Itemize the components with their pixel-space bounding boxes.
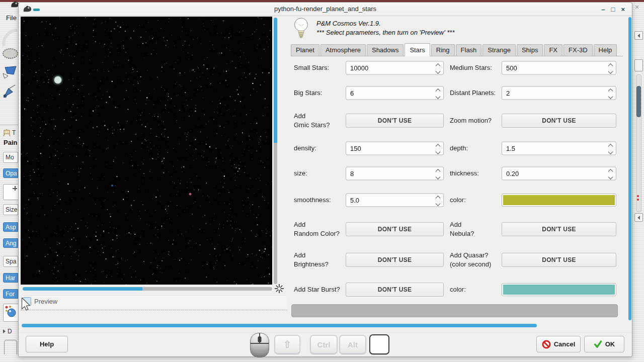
spin-up-icon[interactable] [608,144,613,149]
plus-icon [13,186,17,191]
thickness-value[interactable]: 0.20 [502,170,605,177]
tab-stars[interactable]: Stars [405,43,430,56]
red-indicator-dot [637,195,639,197]
medium-stars-value[interactable]: 500 [502,64,605,72]
angle-slider[interactable]: Ang [3,238,18,248]
dock-arrow-button[interactable] [634,213,643,222]
add-star-burst-label: Add Star Burst? [294,285,346,294]
density-spinner[interactable]: 150 [346,142,444,155]
tool-options-icon [3,129,11,137]
density-value[interactable]: 150 [346,145,432,152]
param-row: AddRandom Color?DON'T USEAddNebula?DON'T… [19,218,632,240]
opacity-slider[interactable]: Opa [3,168,18,178]
size-value[interactable]: 8 [346,170,432,177]
color-swatch[interactable] [502,194,616,207]
spin-down-icon[interactable] [435,94,440,99]
ink-tool-icon[interactable] [1,84,17,100]
spin-down-icon[interactable] [608,94,613,99]
shear-tool-icon[interactable] [2,65,17,82]
dialog-horizontal-scrollbar[interactable] [22,324,537,327]
mouse-overlay-icon [250,333,269,357]
smoothness-spinner[interactable]: 5.0 [346,194,444,207]
spinner-buttons[interactable] [432,142,443,155]
depth-value[interactable]: 1.5 [502,145,605,152]
spin-down-icon[interactable] [435,149,440,154]
dock-scrollbar[interactable] [636,74,641,212]
aspect-ratio-slider[interactable]: Asp [3,222,18,232]
alt-key-overlay: Alt [339,335,366,354]
add-random-color-button[interactable]: DON'T USE [346,222,444,236]
spin-down-icon[interactable] [608,149,613,154]
spin-down-icon[interactable] [435,69,440,74]
spinner-buttons[interactable] [605,62,616,74]
params-horizontal-scrollbar[interactable] [291,304,618,317]
medium-stars-spinner[interactable]: 500 [502,61,616,75]
hardness-slider[interactable]: Har [3,273,18,283]
dynamics-selector[interactable] [3,304,19,322]
add-quasar-color-second-button[interactable]: DON'T USE [502,253,616,267]
small-stars-label: Small Stars: [294,63,346,72]
spin-up-icon[interactable] [435,196,440,201]
big-stars-spinner[interactable]: 6 [346,86,444,100]
small-stars-spinner[interactable]: 10000 [346,61,444,75]
cancel-button[interactable]: Cancel [536,336,581,352]
spacing-slider[interactable]: Spa [3,256,18,267]
spin-up-icon[interactable] [608,63,613,68]
spin-up-icon[interactable] [435,88,440,94]
add-nebula-label: AddNebula? [450,220,502,238]
dynamics-expander[interactable]: D [3,328,12,335]
add-brightness-button[interactable]: DON'T USE [346,253,444,267]
big-stars-value[interactable]: 6 [346,89,432,97]
ok-button[interactable]: OK [584,336,624,352]
spinner-buttons[interactable] [605,167,616,180]
mode-dropdown[interactable]: Mo [3,152,18,163]
expander-arrow-icon [3,329,6,333]
spin-down-icon[interactable] [608,69,613,74]
brush-selector[interactable] [3,184,19,200]
panel-divider [0,125,18,125]
params-vertical-scrollbar[interactable] [628,17,631,320]
smoothness-label: smoothness: [294,196,346,205]
spin-down-icon[interactable] [435,174,440,179]
help-button[interactable]: Help [26,336,68,352]
smoothness-value[interactable]: 5.0 [346,197,432,204]
spin-up-icon[interactable] [608,169,613,174]
menu-file[interactable]: File [6,14,17,22]
spinner-buttons[interactable] [432,62,443,74]
footer-divider [19,332,632,333]
ellipse-select-tool-icon[interactable] [3,48,18,59]
add-nebula-button[interactable]: DON'T USE [502,222,616,236]
color-swatch[interactable] [502,283,616,296]
dock-tab-button[interactable] [634,59,643,71]
desktop: File T Pain Mo Opa Size Asp Ang Spa Har [0,0,644,362]
small-stars-value[interactable]: 10000 [346,64,432,72]
zoom-motion-button[interactable]: DON'T USE [502,114,616,128]
spinner-buttons[interactable] [605,87,616,100]
thickness-spinner[interactable]: 0.20 [502,167,616,180]
color-swatch-fill [503,285,615,295]
dock-close-icon[interactable]: × [635,3,639,11]
spin-up-icon[interactable] [435,63,440,68]
distant-planets-value[interactable]: 2 [502,89,605,97]
distant-planets-spinner[interactable]: 2 [502,86,616,100]
spin-down-icon[interactable] [608,174,613,179]
size-spinner[interactable]: 8 [346,167,444,180]
add-gmic-stars-button[interactable]: DON'T USE [346,114,444,128]
add-star-burst-button[interactable]: DON'T USE [346,283,444,297]
add-brightness-label: AddBrightness? [294,251,346,269]
force-slider[interactable]: For [3,289,18,299]
spinner-buttons[interactable] [605,142,616,155]
spin-up-icon[interactable] [608,88,613,94]
blank-key-overlay [369,334,389,354]
size-slider[interactable]: Size [3,204,18,215]
spin-up-icon[interactable] [435,169,440,174]
spinner-buttons[interactable] [432,194,443,207]
dock-scrollbar-thumb[interactable] [636,86,641,117]
spinner-buttons[interactable] [432,87,443,100]
spinner-buttons[interactable] [432,167,443,180]
dock-arrow-button[interactable] [634,31,643,40]
param-row: smoothness:5.0color: [19,192,632,208]
spin-down-icon[interactable] [435,201,440,206]
spin-up-icon[interactable] [435,144,440,149]
depth-spinner[interactable]: 1.5 [502,142,616,155]
